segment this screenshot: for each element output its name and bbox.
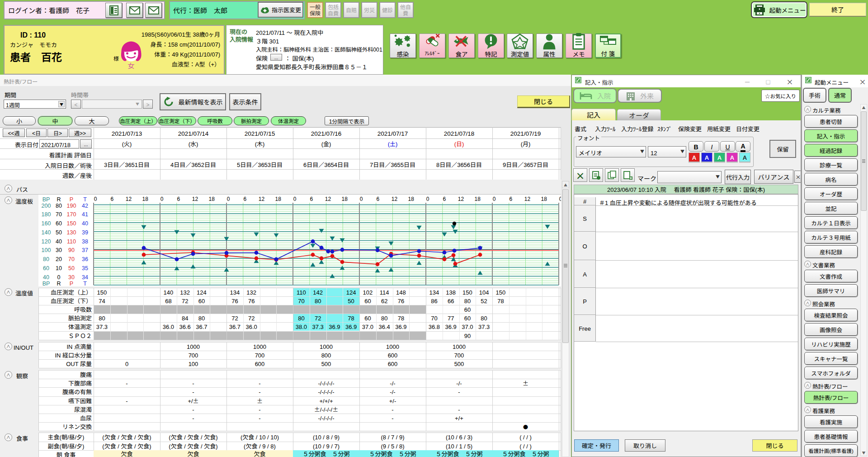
svg-text:0: 0: [426, 195, 429, 202]
svg-text:6: 6: [509, 195, 512, 202]
svg-text:18: 18: [541, 195, 547, 202]
svg-text:36: 36: [82, 254, 88, 263]
svg-text:38: 38: [82, 237, 88, 245]
svg-text:80: 80: [43, 254, 49, 263]
svg-text:130: 130: [67, 228, 76, 236]
svg-text:120: 120: [42, 237, 51, 245]
svg-text:18: 18: [275, 195, 282, 202]
svg-text:18: 18: [142, 195, 149, 202]
svg-text:150: 150: [67, 219, 76, 227]
svg-text:110: 110: [67, 237, 76, 245]
svg-text:10: 10: [56, 263, 62, 272]
svg-text:160: 160: [42, 219, 51, 227]
svg-text:0: 0: [559, 195, 561, 202]
svg-text:30: 30: [56, 245, 62, 254]
svg-text:40: 40: [56, 237, 62, 245]
svg-text:180: 180: [42, 209, 51, 218]
svg-text:12: 12: [192, 195, 198, 202]
svg-text:6: 6: [310, 195, 313, 202]
svg-text:70: 70: [56, 209, 62, 218]
svg-text:37: 37: [82, 245, 88, 254]
svg-text:41: 41: [82, 209, 88, 218]
svg-text:12: 12: [325, 195, 331, 202]
svg-text:190: 190: [67, 201, 76, 209]
svg-text:40: 40: [43, 272, 49, 281]
svg-text:0: 0: [293, 195, 297, 202]
svg-text:50: 50: [68, 263, 75, 272]
svg-text:12: 12: [458, 195, 464, 202]
svg-text:6: 6: [243, 195, 246, 202]
svg-text:170: 170: [67, 209, 76, 218]
svg-text:50: 50: [56, 228, 62, 236]
svg-text:42: 42: [82, 201, 88, 209]
svg-text:20: 20: [56, 254, 62, 263]
svg-text:35: 35: [82, 263, 88, 272]
svg-text:200: 200: [42, 201, 51, 209]
svg-text:30: 30: [68, 272, 75, 281]
svg-text:6: 6: [177, 195, 180, 202]
svg-text:90: 90: [68, 245, 75, 254]
svg-text:70: 70: [68, 254, 75, 263]
svg-text:12: 12: [259, 195, 265, 202]
svg-text:0: 0: [57, 272, 61, 281]
svg-text:34: 34: [82, 272, 88, 281]
svg-text:40: 40: [82, 219, 88, 227]
svg-text:0: 0: [160, 195, 164, 202]
svg-text:18: 18: [408, 195, 415, 202]
svg-text:6: 6: [376, 195, 379, 202]
svg-text:0: 0: [493, 195, 496, 202]
svg-text:18: 18: [342, 195, 348, 202]
svg-text:18: 18: [209, 195, 215, 202]
svg-text:0: 0: [94, 195, 97, 202]
svg-text:6: 6: [443, 195, 446, 202]
svg-text:0: 0: [360, 195, 363, 202]
svg-text:80: 80: [56, 201, 62, 209]
svg-text:100: 100: [42, 245, 51, 254]
svg-text:60: 60: [56, 219, 62, 227]
svg-text:18: 18: [475, 195, 481, 202]
svg-text:39: 39: [82, 228, 88, 236]
svg-text:60: 60: [43, 263, 49, 272]
svg-text:140: 140: [42, 228, 51, 236]
svg-text:6: 6: [110, 195, 113, 202]
svg-text:12: 12: [126, 195, 132, 202]
svg-text:12: 12: [524, 195, 531, 202]
svg-text:12: 12: [392, 195, 398, 202]
svg-text:0: 0: [227, 195, 230, 202]
